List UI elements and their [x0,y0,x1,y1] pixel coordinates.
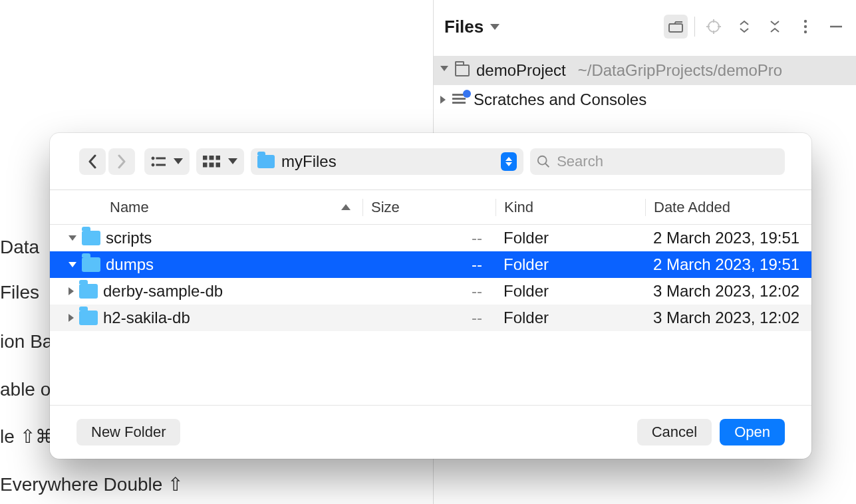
column-header-date[interactable]: Date Added [645,199,811,216]
file-date: 3 March 2023, 12:02 [645,309,811,327]
up-down-chevrons-icon [501,152,517,171]
svg-rect-11 [156,158,166,159]
file-name: h2-sakila-db [103,309,190,327]
file-kind: Folder [496,255,645,274]
ide-toolbar [664,15,848,39]
svg-rect-16 [216,156,220,160]
svg-rect-14 [203,156,207,160]
file-name: dumps [106,255,154,274]
select-opened-file-button[interactable] [664,15,688,39]
column-label: Name [110,199,149,216]
tree-item-label: demoProject [476,61,566,80]
bg-text: Everywhere Double ⇧ [0,473,183,495]
svg-point-1 [708,21,719,32]
svg-point-12 [152,164,154,166]
target-icon[interactable] [702,15,726,39]
new-folder-button[interactable]: New Folder [76,419,180,445]
sort-ascending-icon [341,204,351,210]
file-name: scripts [106,229,152,247]
column-label: Kind [504,199,533,216]
file-size: -- [362,309,496,327]
bg-text: ion Ba [0,331,53,352]
location-dropdown[interactable]: myFiles [251,148,523,175]
svg-point-10 [152,157,154,160]
file-kind: Folder [496,309,645,327]
nav-buttons [76,148,138,175]
chevron-right-icon[interactable] [69,314,74,322]
more-options-button[interactable] [793,15,817,39]
tree-row-project[interactable]: demoProject ~/DataGripProjects/demoPro [434,56,856,85]
bg-text: Files [0,282,39,303]
file-rows: scripts -- Folder 2 March 2023, 19:51 du… [50,225,811,406]
file-date: 2 March 2023, 19:51 [645,255,811,274]
svg-point-7 [804,25,807,28]
dialog-footer: New Folder Cancel Open [50,406,811,459]
folder-icon [82,257,100,272]
bg-text: able o [0,379,51,400]
file-kind: Folder [496,229,645,247]
search-icon [537,154,550,169]
folder-icon [79,311,98,325]
column-header-name[interactable]: Name [110,199,362,216]
folder-icon [79,284,98,299]
scratches-icon [452,94,467,106]
svg-point-8 [804,31,807,33]
folder-icon [257,155,275,168]
column-label: Size [371,199,400,216]
nav-forward-button[interactable] [108,148,135,175]
column-headers: Name Size Kind Date Added [50,190,811,225]
open-button[interactable]: Open [720,419,785,445]
chevron-down-icon [174,158,183,164]
chevron-down-icon[interactable] [69,262,76,267]
svg-rect-19 [216,163,220,167]
folder-icon [455,64,470,76]
file-size: -- [362,229,496,247]
folder-icon [82,231,100,245]
ide-panel-title[interactable]: Files [444,17,499,37]
view-mode-button[interactable] [144,148,190,175]
search-input[interactable] [557,153,778,170]
svg-rect-0 [669,24,682,32]
collapse-all-button[interactable] [763,15,787,39]
svg-point-20 [538,156,547,164]
file-open-dialog: myFiles Name Size Kind Date Added s [50,133,811,459]
svg-rect-17 [203,163,207,167]
dialog-toolbar: myFiles [50,133,811,189]
bg-text: Data [0,237,39,258]
chevron-down-icon[interactable] [69,235,76,241]
ide-project-tree: demoProject ~/DataGripProjects/demoPro S… [434,53,856,117]
svg-rect-15 [210,156,214,160]
file-kind: Folder [496,282,645,301]
chevron-down-icon[interactable] [440,66,448,75]
column-header-size[interactable]: Size [362,199,496,216]
file-name: derby-sample-db [103,282,223,301]
chevron-down-icon [228,158,237,164]
hide-panel-button[interactable] [824,15,848,39]
nav-back-button[interactable] [79,148,106,175]
tree-row-scratches[interactable]: Scratches and Consoles [434,85,856,114]
group-by-button[interactable] [196,148,244,175]
chevron-right-icon[interactable] [69,287,74,295]
column-label: Date Added [654,199,730,216]
bg-text: le ⇧⌘ [0,426,54,447]
expand-all-button[interactable] [732,15,756,39]
tree-item-path: ~/DataGripProjects/demoPro [578,61,782,80]
file-row[interactable]: derby-sample-db -- Folder 3 March 2023, … [50,278,811,305]
svg-rect-13 [156,164,166,166]
cancel-button[interactable]: Cancel [637,419,712,445]
chevron-right-icon[interactable] [440,96,446,104]
file-row[interactable]: scripts -- Folder 2 March 2023, 19:51 [50,225,811,251]
svg-point-6 [804,20,807,23]
location-label: myFiles [281,152,337,171]
file-row[interactable]: dumps -- Folder 2 March 2023, 19:51 [50,251,811,278]
file-size: -- [362,282,496,301]
search-field[interactable] [530,148,785,175]
ide-panel-title-label: Files [444,17,484,37]
toolbar-separator [694,17,695,37]
tree-item-label: Scratches and Consoles [474,90,646,109]
file-row[interactable]: h2-sakila-db -- Folder 3 March 2023, 12:… [50,305,811,331]
svg-rect-18 [210,163,214,167]
file-size: -- [362,255,496,274]
file-date: 3 March 2023, 12:02 [645,282,811,301]
column-header-kind[interactable]: Kind [496,199,645,216]
